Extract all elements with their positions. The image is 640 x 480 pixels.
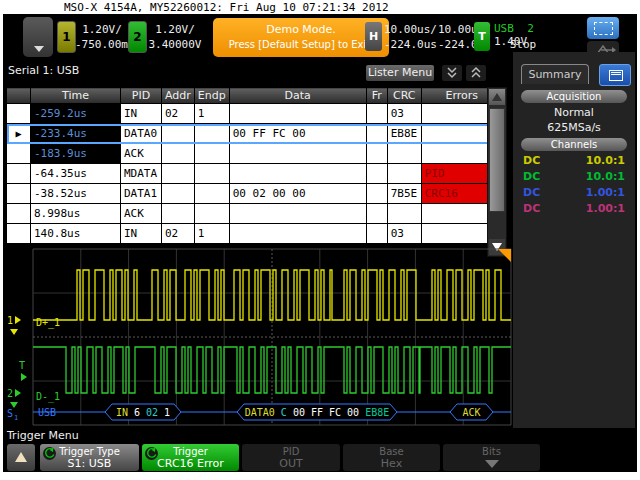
crc-cell — [387, 204, 421, 224]
ch2-wave-label: D-_1 — [36, 391, 60, 403]
fr-cell — [366, 224, 387, 244]
endp-cell — [194, 184, 229, 204]
addr-cell — [162, 164, 195, 184]
row-marker-cell — [7, 104, 31, 124]
selected-row-marker-icon: ▶ — [7, 124, 31, 144]
table-row[interactable]: -64.35usMDATAPID — [7, 164, 503, 184]
table-row[interactable]: -259.2usIN02103 — [7, 104, 503, 124]
endp-cell: 1 — [194, 104, 229, 124]
horizontal-button[interactable]: H — [365, 22, 382, 51]
table-row[interactable]: -183.9usACK — [7, 144, 503, 164]
channel-summary-row: DC1.00:1 — [523, 186, 625, 199]
column-header: CRC — [387, 88, 421, 104]
row-marker-cell — [7, 204, 31, 224]
lister-collapse-button[interactable] — [466, 65, 486, 81]
channel2-readout[interactable]: 1.20V/ 3.40000V — [147, 22, 203, 52]
table-row[interactable]: 8.998usACK — [7, 204, 503, 224]
scroll-up-button[interactable] — [489, 89, 505, 105]
data-cell: 00 02 00 00 — [229, 184, 366, 204]
pid-cell: ACK — [121, 204, 162, 224]
knob-icon — [43, 447, 56, 460]
channel1-offset: -750.00mV — [75, 37, 129, 52]
trigger-channel: 2 — [527, 22, 534, 35]
summary-menu-button[interactable] — [599, 64, 631, 86]
packet-text: ACK — [462, 407, 480, 418]
data-cell — [229, 164, 366, 184]
channel1-readout[interactable]: 1.20V/ -750.00mV — [75, 22, 129, 52]
pid-cell: IN — [121, 224, 162, 244]
packet-text: IN 6 02 1 — [116, 407, 170, 418]
probe-ratio: 10.0:1 — [586, 170, 625, 183]
chevron-down-icon — [34, 46, 44, 52]
timebase-readout-1[interactable]: 10.00us/ -224.0us — [384, 22, 437, 52]
table-header-row: TimePIDAddrEndpDataFrCRCErrors — [7, 88, 503, 104]
fr-cell — [366, 104, 387, 124]
acquisition-header: Acquisition — [521, 90, 627, 103]
coupling-label: DC — [523, 154, 540, 167]
lister-expand-button[interactable] — [442, 65, 462, 81]
softkey-value: OUT — [242, 458, 340, 470]
pid-cell: DATA0 — [121, 124, 162, 144]
addr-cell — [162, 184, 195, 204]
data-cell: 00 FF FC 00 — [229, 124, 366, 144]
lister-scrollbar[interactable] — [487, 87, 507, 257]
column-header: Addr — [162, 88, 195, 104]
trigger-source: USB — [494, 22, 514, 35]
zoom-select-button[interactable] — [587, 17, 619, 39]
trigger-button[interactable]: T — [474, 22, 490, 51]
coupling-label: DC — [523, 186, 540, 199]
channel1-number: 1 — [62, 30, 70, 44]
horizontal-label: H — [369, 30, 378, 43]
acquisition-mode: Normal — [513, 106, 635, 119]
endp-cell — [194, 204, 229, 224]
pid-cell: MDATA — [121, 164, 162, 184]
packet-text: DATA0 C 00 FF FC 00 EB8E — [245, 407, 390, 418]
fr-cell — [366, 144, 387, 164]
menu-dropdown-button[interactable] — [23, 17, 53, 57]
down-arrow-icon — [485, 460, 499, 468]
table-row[interactable]: -38.52usDATA100 02 00 007B5ECRC16 — [7, 184, 503, 204]
waveform-display[interactable]: D+_1D-_11T2S1USBIN 6 02 1DATA0 C 00 FF F… — [5, 247, 513, 429]
row-marker-cell — [7, 144, 31, 164]
fr-cell — [366, 184, 387, 204]
scrollbar-thumb[interactable] — [489, 108, 505, 212]
fr-cell — [366, 204, 387, 224]
crc-cell: EB8E — [387, 124, 421, 144]
row-marker-cell — [7, 164, 31, 184]
channel1-button[interactable]: 1 — [57, 21, 76, 53]
lister-menu-button[interactable]: Lister Menu — [366, 65, 434, 81]
channel-summary-row: DC10.0:1 — [523, 154, 625, 167]
endp-cell — [194, 164, 229, 184]
channel2-button[interactable]: 2 — [128, 21, 147, 53]
tab-summary[interactable]: Summary — [521, 64, 589, 84]
run-state: Stop — [501, 38, 545, 51]
trigger-label: T — [478, 30, 486, 43]
softkey-trigger[interactable]: TriggerCRC16 Error — [142, 444, 239, 471]
table-row[interactable]: 140.8usIN02103 — [7, 224, 503, 244]
crc-cell — [387, 164, 421, 184]
lister-table: TimePIDAddrEndpDataFrCRCErrors -259.2usI… — [6, 87, 503, 244]
endp-cell: 1 — [194, 224, 229, 244]
softkey-trigger-type[interactable]: Trigger TypeS1: USB — [40, 444, 139, 471]
endp-cell — [194, 124, 229, 144]
sample-rate: 625MSa/s — [513, 121, 635, 134]
trigger-menu-title: Trigger Menu — [7, 429, 79, 442]
softkey-pid: PIDOUT — [242, 444, 340, 471]
timebase-delay-1: -224.0us — [384, 37, 437, 52]
demo-mode-banner[interactable]: Demo Mode. Press [Default Setup] to Exit… — [213, 18, 389, 57]
row-marker-cell — [7, 184, 31, 204]
trigger-level-marker: T — [19, 360, 25, 371]
pid-cell: ACK — [121, 144, 162, 164]
table-row-selected[interactable]: ▶-233.4usDATA000 FF FC 00EB8E — [7, 124, 503, 144]
coupling-label: DC — [523, 170, 540, 183]
column-header: Fr — [366, 88, 387, 104]
bus-marker-sub: 1 — [14, 414, 18, 422]
channel2-scale: 1.20V/ — [147, 22, 203, 37]
screenshot-title: MSO-X 4154A, MY52260012: Fri Aug 10 07:2… — [64, 1, 389, 14]
pid-cell: IN — [121, 104, 162, 124]
bus-name-label: USB — [38, 407, 56, 418]
menu-back-button[interactable] — [7, 444, 35, 471]
softkey-value: Hex — [343, 458, 440, 470]
ch1-wave-label: D+_1 — [36, 317, 60, 329]
channel-summary-row: DC1.00:1 — [523, 202, 625, 215]
